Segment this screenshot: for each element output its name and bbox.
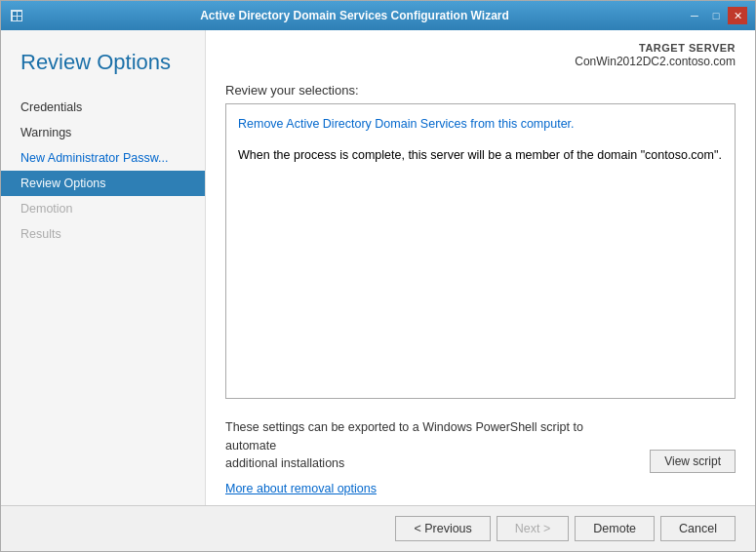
sidebar-item-demotion: Demotion — [1, 196, 205, 221]
export-text-line2: additional installations — [225, 456, 344, 470]
view-script-button[interactable]: View script — [650, 450, 736, 473]
titlebar-controls: ─ □ ✕ — [685, 7, 747, 24]
previous-button[interactable]: < Previous — [395, 516, 490, 541]
main-window: Active Directory Domain Services Configu… — [0, 0, 756, 552]
review-area: Review your selections: Remove Active Di… — [206, 73, 755, 409]
sidebar-item-review-options[interactable]: Review Options — [1, 171, 205, 196]
review-section-label: Review your selections: — [225, 83, 736, 98]
sidebar-nav: Credentials Warnings New Administrator P… — [1, 95, 205, 505]
svg-rect-2 — [18, 12, 21, 16]
target-server-label: TARGET SERVER — [639, 42, 736, 54]
cancel-button[interactable]: Cancel — [660, 516, 736, 541]
review-line1: Remove Active Directory Domain Services … — [238, 114, 723, 134]
sidebar-item-credentials[interactable]: Credentials — [1, 95, 205, 120]
demote-button[interactable]: Demote — [575, 516, 655, 541]
target-server-name: ConWin2012DC2.contoso.com — [225, 55, 736, 68]
main-panel: TARGET SERVER ConWin2012DC2.contoso.com … — [206, 30, 755, 505]
sidebar-title: Review Options — [20, 50, 185, 75]
svg-rect-3 — [13, 17, 17, 20]
sidebar-item-results: Results — [1, 221, 205, 247]
review-box: Remove Active Directory Domain Services … — [225, 103, 736, 399]
sidebar-item-new-admin-password[interactable]: New Administrator Passw... — [1, 145, 205, 171]
minimize-button[interactable]: ─ — [685, 7, 704, 24]
maximize-button[interactable]: □ — [706, 7, 726, 24]
bottom-bar: < Previous Next > Demote Cancel — [1, 505, 755, 551]
next-button[interactable]: Next > — [497, 516, 569, 541]
content-area: Review Options Credentials Warnings New … — [1, 30, 755, 505]
sidebar-item-warnings[interactable]: Warnings — [1, 120, 205, 145]
close-button[interactable]: ✕ — [728, 7, 747, 24]
sidebar-header: Review Options — [1, 30, 205, 85]
app-icon — [9, 8, 24, 23]
sidebar: Review Options Credentials Warnings New … — [1, 30, 206, 505]
export-text-line1: These settings can be exported to a Wind… — [225, 420, 583, 453]
titlebar: Active Directory Domain Services Configu… — [1, 1, 755, 30]
svg-rect-1 — [13, 12, 17, 16]
export-row: These settings can be exported to a Wind… — [225, 418, 736, 473]
review-line2: When the process is complete, this serve… — [238, 145, 723, 165]
titlebar-title: Active Directory Domain Services Configu… — [24, 9, 685, 22]
export-text-block: These settings can be exported to a Wind… — [225, 418, 634, 473]
target-server-info: TARGET SERVER ConWin2012DC2.contoso.com — [206, 30, 755, 73]
more-about-removal-options-link[interactable]: More about removal options — [225, 482, 377, 495]
export-section: These settings can be exported to a Wind… — [206, 409, 755, 505]
svg-rect-4 — [18, 17, 21, 20]
